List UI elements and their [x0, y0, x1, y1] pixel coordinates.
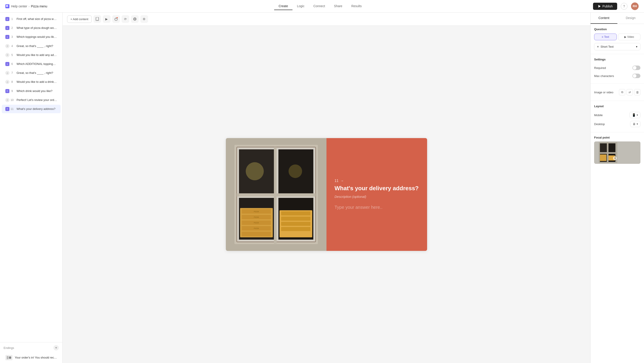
image-replace-button[interactable]: ⇄ [626, 89, 633, 95]
svg-text:PIZZA: PIZZA [254, 222, 259, 224]
item-text-2: What type of pizza dough would you like.… [16, 26, 57, 30]
svg-rect-40 [281, 222, 310, 226]
item-text-6: Which ADDITIONAL toppings would you... [16, 62, 57, 66]
language-button[interactable] [131, 15, 139, 23]
item-icon-11: ≡ [5, 107, 10, 111]
svg-point-26 [288, 164, 302, 178]
svg-rect-1 [7, 5, 8, 6]
breadcrumb-current: Pizza menu [31, 5, 47, 8]
nav-left: Help center › Pizza menu [5, 4, 47, 8]
sidebar-item-10[interactable]: ⊘ 10 Perfect! Let's review your order. P… [2, 96, 60, 104]
question-description: Description (optional) [334, 195, 419, 198]
sidebar-item-4[interactable]: ⊘ 4 Great, so that's ____ , right? [2, 42, 60, 50]
svg-rect-49 [599, 153, 618, 154]
focal-point-marker[interactable] [613, 156, 617, 160]
question-number: 11 → [334, 179, 419, 183]
sidebar-item-7[interactable]: ⊘ 7 Great, so that's ____ , right? [2, 69, 60, 77]
panel-tab-design[interactable]: Design [618, 13, 644, 24]
image-video-actions: ⧉ ⇄ 🗑 [619, 89, 640, 95]
focal-preview[interactable] [594, 141, 640, 164]
publish-button[interactable]: Publish [593, 3, 617, 10]
sidebar-item-6[interactable]: ≡ 6 Which ADDITIONAL toppings would you.… [2, 60, 60, 68]
ending-text: Your order's in! You should receive it w… [15, 355, 57, 360]
item-text-7: Great, so that's ____ , right? [16, 71, 57, 75]
mobile-label: Mobile [594, 114, 603, 117]
type-btn-text[interactable]: ≡ Text [594, 34, 617, 40]
settings-button[interactable]: ⚙ [140, 15, 148, 23]
ending-icon [5, 355, 12, 360]
desktop-layout-row: Desktop 🖥 ▾ [594, 120, 640, 128]
item-text-5: Would you like to add any additional... [16, 53, 57, 57]
svg-rect-0 [6, 5, 7, 6]
sync-button[interactable]: ⟳ [122, 15, 129, 23]
layout-section: Layout Mobile 📱 ▾ Desktop 🖥 ▾ [590, 101, 644, 132]
item-text-4: Great, so that's ____ , right? [16, 44, 57, 48]
item-icon-9: ≡ [5, 89, 10, 93]
canvas-toolbar: + Add content ▶ ⟳ ⚙ [62, 13, 590, 26]
endings-header: Endings + [0, 342, 62, 352]
card-image: PIZZA PIZZA PIZZA PIZZA [226, 138, 326, 251]
item-icon-5: ⊘ [5, 53, 10, 57]
svg-point-12 [134, 18, 136, 20]
tab-connect[interactable]: Connect [309, 3, 330, 10]
add-ending-button[interactable]: + [54, 345, 59, 350]
question-type-dropdown[interactable]: ≡ Short Text ▾ [594, 43, 640, 50]
svg-text:PIZZA: PIZZA [254, 216, 259, 218]
required-label: Required [594, 66, 606, 70]
question-section: Question ≡ Text ▶ Video ≡ Short Text ▾ [590, 24, 644, 54]
sidebar-item-3[interactable]: ≡ 3 Which toppings would you like? Choos… [2, 33, 60, 41]
svg-rect-41 [281, 227, 310, 231]
question-section-title: Question [594, 28, 640, 31]
svg-point-13 [134, 18, 136, 20]
sidebar-item-9[interactable]: ≡ 9 Which drink would you like? [2, 87, 60, 95]
add-content-button[interactable]: + Add content [67, 16, 92, 23]
desktop-layout-dropdown[interactable]: 🖥 ▾ [630, 121, 640, 127]
required-toggle[interactable] [632, 66, 640, 70]
svg-rect-32 [242, 232, 271, 236]
item-text-10: Perfect! Let's review your order. Pizza … [16, 98, 57, 102]
desktop-label: Desktop [594, 122, 605, 126]
max-characters-label: Max characters [594, 74, 614, 78]
tab-share[interactable]: Share [330, 3, 347, 10]
type-btn-video[interactable]: ▶ Video [618, 34, 641, 40]
panel-tab-content[interactable]: Content [590, 13, 618, 24]
sidebar-item-8[interactable]: ⊘ 8 Would you like to add a drink for $1… [2, 78, 60, 86]
svg-rect-39 [281, 216, 310, 220]
canvas-content: PIZZA PIZZA PIZZA PIZZA 1 [62, 26, 590, 363]
question-type-buttons: ≡ Text ▶ Video [594, 34, 640, 40]
mobile-view-button[interactable] [94, 15, 101, 23]
item-icon-4: ⊘ [5, 44, 10, 48]
svg-rect-24 [237, 193, 316, 196]
item-icon-10: ⊘ [5, 98, 10, 102]
max-characters-toggle[interactable] [632, 74, 640, 78]
image-video-row: Image or video ⧉ ⇄ 🗑 [594, 87, 640, 97]
nav-tabs: Create Logic Connect Share Results [274, 3, 366, 10]
tab-logic[interactable]: Logic [292, 3, 309, 10]
breadcrumb-app[interactable]: Help center [11, 5, 27, 8]
sidebar-item-2[interactable]: ≡ 2 What type of pizza dough would you l… [2, 24, 60, 32]
image-copy-button[interactable]: ⧉ [619, 89, 625, 95]
settings-section: Settings Required Max characters [590, 54, 644, 84]
max-characters-row: Max characters [594, 72, 640, 80]
question-card: PIZZA PIZZA PIZZA PIZZA 1 [226, 138, 427, 251]
tab-results[interactable]: Results [347, 3, 366, 10]
svg-rect-38 [281, 211, 310, 215]
sidebar-item-1[interactable]: ≡ 1 First off, what size of pizza would … [2, 15, 60, 23]
tab-create[interactable]: Create [274, 3, 292, 10]
item-text-1: First off, what size of pizza would you … [16, 17, 57, 21]
sidebar-item-11[interactable]: ≡ 11 What's your delivery address? [2, 105, 60, 113]
image-delete-button[interactable]: 🗑 [634, 89, 640, 95]
avatar: RH [631, 3, 639, 10]
sidebar-item-5[interactable]: ⊘ 5 Would you like to add any additional… [2, 51, 60, 59]
timer-button[interactable] [112, 15, 120, 23]
main-layout: ≡ 1 First off, what size of pizza would … [0, 13, 644, 363]
item-icon-1: ≡ [5, 17, 10, 21]
mobile-layout-dropdown[interactable]: 📱 ▾ [630, 112, 640, 118]
item-text-8: Would you like to add a drink for $1.00? [16, 80, 57, 84]
help-button[interactable]: ? [621, 3, 628, 10]
layout-title: Layout [594, 105, 640, 108]
ending-item[interactable]: Your order's in! You should receive it w… [2, 353, 60, 362]
item-icon-8: ⊘ [5, 80, 10, 84]
svg-rect-3 [7, 6, 8, 7]
play-preview-button[interactable]: ▶ [103, 15, 110, 23]
